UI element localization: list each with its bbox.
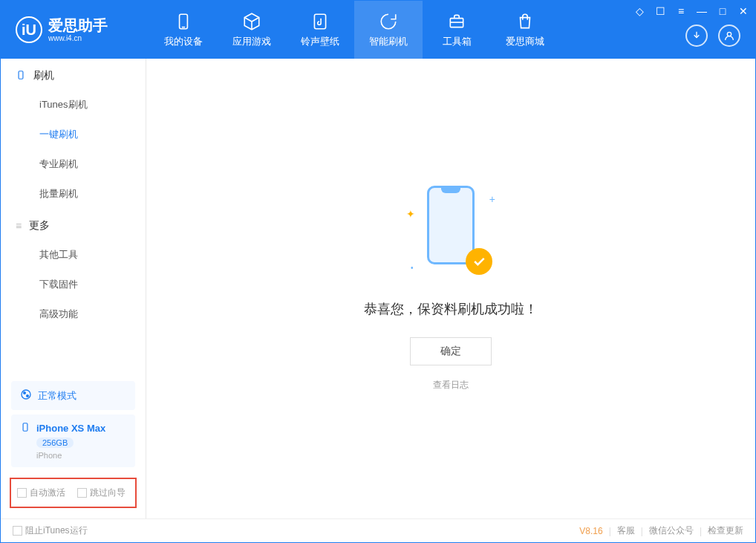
music-file-icon [310, 11, 330, 32]
checkbox-box-icon [77, 488, 87, 498]
tshirt-icon[interactable]: ◇ [633, 5, 645, 17]
tab-my-device[interactable]: 我的设备 [149, 1, 218, 59]
main-content: ✦ + • 恭喜您，保资料刷机成功啦！ 确定 查看日志 [146, 59, 755, 518]
checkbox-row-highlighted: 自动激活 跳过向导 [10, 478, 137, 508]
view-log-link[interactable]: 查看日志 [433, 379, 469, 391]
sparkle-icon: ✦ [406, 208, 415, 220]
phone-outline-icon [427, 186, 475, 264]
device-storage: 256GB [36, 438, 74, 448]
ok-button[interactable]: 确定 [410, 337, 492, 365]
sidebar-item-other-tools[interactable]: 其他工具 [1, 240, 146, 270]
window-controls: ◇ ☐ ≡ — □ ✕ [633, 5, 749, 17]
checkbox-label: 自动激活 [30, 487, 65, 499]
minimize-icon[interactable]: — [696, 5, 708, 17]
user-button[interactable] [718, 25, 740, 47]
checkbox-skip-guide[interactable]: 跳过向导 [77, 487, 126, 499]
tab-ringtones-wallpapers[interactable]: 铃声壁纸 [286, 1, 354, 59]
refresh-shield-icon [378, 11, 399, 32]
header: iU 爱思助手 www.i4.cn 我的设备 应用游戏 [1, 1, 755, 59]
sparkle-icon: • [411, 264, 414, 272]
check-badge-icon [466, 248, 492, 275]
device-card[interactable]: iPhone XS Max 256GB iPhone [11, 414, 135, 467]
device-name: iPhone XS Max [36, 423, 105, 434]
menu-icon[interactable]: ≡ [675, 5, 687, 17]
checkbox-label: 跳过向导 [90, 487, 126, 499]
toolbox-icon [446, 11, 467, 32]
device-phone-icon [20, 422, 30, 435]
version-label: V8.16 [579, 526, 602, 536]
tab-label: 铃声壁纸 [301, 35, 339, 48]
cube-icon [241, 11, 262, 32]
status-bar: 阻止iTunes运行 V8.16 | 客服 | 微信公众号 | 检查更新 [1, 518, 755, 542]
mode-icon [20, 388, 32, 403]
checkbox-auto-activate[interactable]: 自动激活 [17, 487, 65, 499]
sidebar-item-pro-flash[interactable]: 专业刷机 [1, 149, 146, 179]
tab-label: 我的设备 [164, 35, 203, 48]
tab-smart-flash[interactable]: 智能刷机 [354, 1, 423, 59]
link-wechat[interactable]: 微信公众号 [649, 524, 694, 537]
phone-small-icon [16, 70, 26, 82]
sidebar-item-itunes-flash[interactable]: iTunes刷机 [1, 90, 146, 120]
tab-toolbox[interactable]: 工具箱 [423, 1, 491, 59]
sidebar-group-flash: 刷机 [1, 59, 146, 90]
sidebar-group-more: ≡ 更多 [1, 209, 146, 240]
tab-label: 爱思商城 [506, 35, 544, 48]
download-button[interactable] [685, 25, 708, 47]
svg-point-8 [24, 392, 26, 394]
checkbox-box-icon [13, 526, 22, 536]
app-title: 爱思助手 [48, 18, 108, 33]
sparkle-icon: + [489, 193, 495, 205]
app-subtitle: www.i4.cn [48, 34, 108, 42]
logo-section: iU 爱思助手 www.i4.cn [1, 16, 149, 43]
checkbox-box-icon [17, 488, 27, 498]
feedback-icon[interactable]: ☐ [654, 5, 666, 17]
sidebar-item-download-firmware[interactable]: 下载固件 [1, 270, 146, 299]
svg-point-9 [27, 395, 29, 397]
success-message: 恭喜您，保资料刷机成功啦！ [364, 300, 538, 318]
maximize-icon[interactable]: □ [717, 5, 729, 17]
link-check-update[interactable]: 检查更新 [708, 524, 743, 537]
sidebar-item-advanced[interactable]: 高级功能 [1, 299, 146, 329]
group-title: 更多 [29, 219, 50, 233]
checkbox-block-itunes[interactable]: 阻止iTunes运行 [13, 524, 88, 537]
svg-rect-6 [19, 71, 23, 79]
shopping-bag-icon [515, 11, 535, 32]
mode-label: 正常模式 [38, 389, 76, 403]
sidebar-item-oneclick-flash[interactable]: 一键刷机 [1, 120, 146, 149]
close-icon[interactable]: ✕ [737, 5, 749, 17]
sidebar: 刷机 iTunes刷机 一键刷机 专业刷机 批量刷机 ≡ 更多 其他工具 下载固… [1, 59, 146, 518]
tab-label: 应用游戏 [232, 35, 271, 48]
mode-card[interactable]: 正常模式 [11, 381, 135, 410]
group-title: 刷机 [33, 69, 54, 82]
tab-apps-games[interactable]: 应用游戏 [218, 1, 286, 59]
svg-rect-2 [314, 14, 325, 29]
device-type: iPhone [36, 451, 126, 460]
list-icon: ≡ [16, 220, 22, 232]
phone-icon [173, 11, 194, 32]
checkbox-label: 阻止iTunes运行 [25, 524, 88, 537]
link-support[interactable]: 客服 [617, 524, 635, 537]
svg-point-5 [727, 32, 731, 36]
success-illustration: ✦ + • [406, 186, 495, 282]
tab-label: 智能刷机 [369, 35, 408, 48]
svg-point-7 [22, 390, 30, 399]
logo-icon: iU [16, 16, 42, 43]
tab-label: 工具箱 [443, 35, 472, 48]
svg-rect-10 [23, 423, 27, 432]
tab-store[interactable]: 爱思商城 [491, 1, 559, 59]
sidebar-item-batch-flash[interactable]: 批量刷机 [1, 179, 146, 209]
